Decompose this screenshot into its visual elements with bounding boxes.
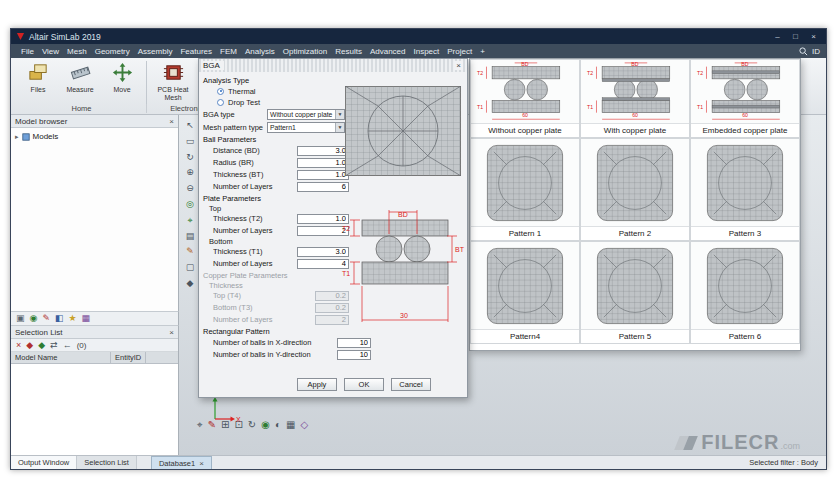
wireframe-icon[interactable]: ▦: [286, 420, 295, 430]
bottom-strip: Output WindowSelection List Database1 × …: [11, 455, 826, 469]
close-icon[interactable]: ×: [199, 459, 204, 468]
menu-item-file[interactable]: File: [17, 46, 38, 57]
radius-br-input[interactable]: [297, 158, 349, 168]
tool-files[interactable]: Files: [17, 60, 59, 94]
doc-tab-output-window[interactable]: Output Window: [11, 456, 77, 469]
gallery-cell-without-copper-plate[interactable]: T2T1 60BD Without copper plate: [470, 59, 580, 138]
datum-icon[interactable]: ⌖: [197, 420, 203, 430]
select-icon[interactable]: ↖: [186, 120, 194, 131]
gallery-cell-pattern-3[interactable]: Pattern 3: [690, 138, 800, 241]
radio-thermal[interactable]: [217, 88, 224, 95]
menu-item-analysis[interactable]: Analysis: [241, 46, 279, 57]
rotate-icon[interactable]: ↻: [186, 152, 194, 163]
maximize-button[interactable]: □: [788, 31, 803, 42]
visibility-icon[interactable]: ◉: [261, 420, 270, 430]
menu-item-fem[interactable]: FEM: [216, 46, 241, 57]
close-icon[interactable]: ×: [169, 117, 174, 126]
show-all-icon[interactable]: ◉: [30, 314, 38, 323]
doc-tab-selection-list[interactable]: Selection List: [77, 456, 137, 469]
gallery-cell-pattern-6[interactable]: Pattern 6: [690, 241, 800, 344]
menu-item-view[interactable]: View: [38, 46, 63, 57]
svg-text:T2: T2: [477, 70, 483, 76]
number-of-layers-input[interactable]: [297, 182, 349, 192]
tab-database1[interactable]: Database1 ×: [151, 456, 212, 469]
doc-tabs: Output WindowSelection List: [11, 456, 137, 469]
groups-icon[interactable]: ▦: [82, 314, 91, 323]
gallery-cell-pattern-2[interactable]: Pattern 2: [580, 138, 690, 241]
menu-item-optimization[interactable]: Optimization: [279, 46, 331, 57]
number-of-layers-row: Number of Layers: [213, 225, 349, 236]
gallery-cell-pattern-1[interactable]: Pattern 1: [470, 138, 580, 241]
menu-item-features[interactable]: Features: [176, 46, 216, 57]
search-icon[interactable]: [799, 47, 808, 56]
previous-selection-icon[interactable]: ←: [63, 341, 72, 350]
remove-selection-icon[interactable]: ◆: [38, 341, 45, 350]
mesh-pattern-image: [581, 242, 689, 329]
model-toolbar: ▣◉✎◧★▦: [11, 311, 179, 325]
radio-drop-test[interactable]: [217, 99, 224, 106]
close-icon[interactable]: ×: [169, 328, 174, 337]
bottom-t3-row: Bottom (T3): [213, 302, 349, 313]
shaded-view-icon[interactable]: ◐: [275, 420, 281, 430]
ribbon-tab-home[interactable]: Home: [17, 104, 147, 113]
selection-count: (0): [77, 341, 87, 350]
menu-item-mesh[interactable]: Mesh: [63, 46, 91, 57]
tool-move[interactable]: Move: [101, 60, 143, 94]
paint-icon[interactable]: ◧: [55, 314, 64, 323]
tool-label: Move: [113, 86, 130, 93]
probe-icon[interactable]: ◆: [187, 278, 194, 289]
column-entity-id: EntityID: [111, 352, 146, 363]
cancel-button[interactable]: Cancel: [391, 378, 431, 391]
bga-type-select[interactable]: Without copper plate ▼: [267, 109, 345, 120]
distance-bd-input[interactable]: [297, 146, 349, 156]
selection-table-body[interactable]: [11, 364, 178, 457]
add-selection-icon[interactable]: ◆: [26, 341, 33, 350]
isolate-icon[interactable]: ▣: [16, 314, 25, 323]
mesh-display-icon[interactable]: ▤: [186, 231, 195, 242]
svg-text:T2: T2: [587, 70, 593, 76]
bga-dialog-titlebar[interactable]: BGA ×: [199, 59, 467, 72]
apply-button[interactable]: Apply: [297, 378, 337, 391]
tree-expand-icon[interactable]: ▸: [15, 133, 19, 141]
ok-button[interactable]: OK: [344, 378, 384, 391]
thickness-bt-input[interactable]: [297, 170, 349, 180]
edit-icon[interactable]: ✎: [186, 246, 194, 257]
fit-view-icon[interactable]: ◎: [186, 199, 194, 210]
gallery-caption-without-copper-plate: Without copper plate: [471, 123, 579, 137]
gallery-cell-with-copper-plate[interactable]: T2T1 60BD With copper plate: [580, 59, 690, 138]
number-of-balls-in-y-direction-input[interactable]: [337, 350, 371, 360]
rotate-view-icon[interactable]: ↻: [248, 420, 256, 430]
tool-measure[interactable]: Measure: [59, 60, 101, 94]
gallery-cell-pattern-5[interactable]: Pattern 5: [580, 241, 690, 344]
menu-item-results[interactable]: Results: [331, 46, 366, 57]
mesh-pattern-select[interactable]: Pattern1 ▼: [267, 122, 345, 133]
tool-pcb-heat-mesh[interactable]: PCB Heat Mesh: [150, 60, 196, 101]
menu-item-advanced[interactable]: Advanced: [366, 46, 410, 57]
tree-item-models[interactable]: ▸ Models: [13, 131, 176, 142]
zoom-out-icon[interactable]: ⊖: [186, 183, 194, 194]
perspective-icon[interactable]: ◇: [300, 420, 308, 430]
viewport-toolbar: ↖▭↻⊕⊖◎⌖▤✎▢◆: [183, 120, 197, 289]
menu-item-project[interactable]: Project: [443, 46, 476, 57]
menu-item-[interactable]: +: [476, 46, 489, 57]
close-icon[interactable]: ×: [454, 61, 463, 70]
minimize-button[interactable]: –: [770, 31, 785, 42]
close-button[interactable]: ×: [806, 31, 821, 42]
gallery-cell-pattern4[interactable]: Pattern4: [470, 241, 580, 344]
center-view-icon[interactable]: ⌖: [187, 215, 192, 226]
menu-item-assembly[interactable]: Assembly: [134, 46, 177, 57]
clip-plane-icon[interactable]: ▢: [186, 262, 195, 273]
gallery-cell-embedded-copper-plate[interactable]: T2T1 60BD Embedded copper plate: [690, 59, 800, 138]
edit-entity-icon[interactable]: ✎: [42, 314, 50, 323]
favorites-icon[interactable]: ★: [68, 314, 76, 323]
menubar-id-label[interactable]: ID: [812, 47, 820, 56]
menu-item-inspect[interactable]: Inspect: [409, 46, 443, 57]
coordinate-triad: X: [209, 396, 243, 427]
menu-item-geometry[interactable]: Geometry: [91, 46, 134, 57]
zoom-in-icon[interactable]: ⊕: [186, 167, 194, 178]
bga-type-label: BGA type: [203, 110, 267, 119]
number-of-balls-in-x-direction-input[interactable]: [337, 338, 371, 348]
box-select-icon[interactable]: ▭: [186, 136, 195, 147]
swap-selection-icon[interactable]: ⇄: [50, 341, 58, 350]
clear-selection-icon[interactable]: ×: [16, 341, 21, 350]
